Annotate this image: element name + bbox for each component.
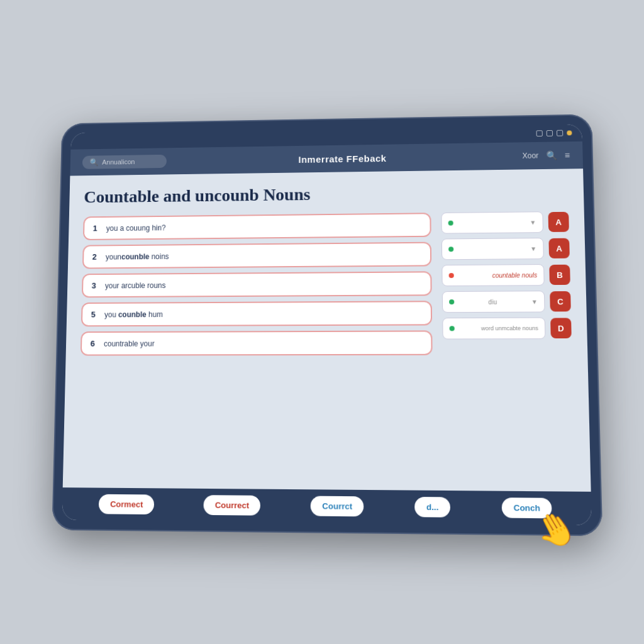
search-icon: 🔍 [89,158,99,167]
question-num-2: 2 [92,252,101,262]
chevron-icon-2: ▼ [530,245,536,252]
top-bar-icons [536,130,572,136]
answer-dot-1 [448,221,453,226]
tablet-frame: 🔍 Annualicon Inmerrate FFeback Xoor 🔍 ≡ … [52,114,602,536]
answer-value-4: diu [488,298,497,305]
tablet-screen: 🔍 Annualicon Inmerrate FFeback Xoor 🔍 ≡ … [62,124,592,525]
question-num-5: 5 [91,310,100,319]
question-text-5: you counble hum [104,310,163,319]
question-item-2: 2 youncounble noins [82,242,431,269]
answer-dot-2 [448,247,453,252]
window-icon-2 [547,130,553,136]
answer-btn-3[interactable]: B [549,265,570,285]
question-text-2: youncounble noins [106,252,169,261]
question-item-6: 6 countrable your [80,330,433,355]
answer-row-1: ▼ A [441,211,569,234]
nav-menu-icon[interactable]: ≡ [565,150,570,160]
answer-btn-2[interactable]: A [548,238,570,258]
question-num-3: 3 [92,281,101,291]
answer-value-3: countable nouls [492,272,537,279]
bottom-bar: Cormect Courrect Courrct d... Conch [62,487,592,525]
question-text-3: your arcuble rouns [105,281,166,290]
answer-input-4[interactable]: diu ▼ [442,291,545,313]
question-text-1: you a couung hin? [106,223,166,233]
content-area: Countable and uncounb Nouns 1 you a couu… [63,169,591,492]
window-icon-1 [536,130,543,136]
nav-right: Xoor 🔍 ≡ [522,150,570,161]
question-item-3: 3 your arcuble rouns [82,271,432,297]
bottom-btn-3[interactable]: Courrct [311,496,364,517]
answers-panel: ▼ A ▼ A [441,211,575,481]
questions-panel: 1 you a couung hin? 2 youncounble noins … [78,213,434,480]
nav-title: Inmerrate FFeback [298,153,386,165]
answer-input-3[interactable]: countable nouls [441,264,544,286]
chevron-icon-4: ▼ [531,298,538,305]
question-text-6: countrable your [104,339,155,348]
answer-input-2[interactable]: ▼ [441,238,544,260]
answer-input-5[interactable]: word unmcabte nouns [442,318,545,340]
answer-row-5: word unmcabte nouns D [442,317,572,339]
answer-dot-5 [450,326,455,331]
answer-btn-1[interactable]: A [548,212,569,232]
chevron-icon-1: ▼ [530,219,536,226]
window-icon-3 [557,130,563,136]
question-num-6: 6 [91,339,99,348]
nav-user-text: Xoor [522,152,538,160]
answer-btn-4[interactable]: C [550,291,571,311]
nav-search-icon-right[interactable]: 🔍 [546,150,557,160]
main-content: 1 you a couung hin? 2 youncounble noins … [78,211,575,481]
nav-search-bar[interactable]: 🔍 Annualicon [82,155,167,169]
answer-row-2: ▼ A [441,238,570,260]
search-text: Annualicon [102,158,135,165]
answer-dot-4 [449,299,454,304]
page-title: Countable and uncounb Nouns [84,181,569,207]
answer-input-1[interactable]: ▼ [441,211,543,233]
bottom-btn-2[interactable]: Courrect [204,495,261,516]
answer-value-5: word unmcabte nouns [481,325,538,331]
question-item-1: 1 you a couung hin? [83,213,431,240]
bottom-btn-4[interactable]: d... [414,497,450,518]
answer-dot-3 [449,273,454,278]
question-item-5: 5 you counble hum [81,301,432,326]
conch-button[interactable]: Conch [502,497,552,518]
answer-row-3: countable nouls B [441,264,570,286]
bottom-btn-1[interactable]: Cormect [99,494,154,514]
answer-btn-5[interactable]: D [550,318,572,338]
question-num-1: 1 [93,224,102,233]
status-dot [567,130,572,135]
answer-row-4: diu ▼ C [442,291,571,313]
